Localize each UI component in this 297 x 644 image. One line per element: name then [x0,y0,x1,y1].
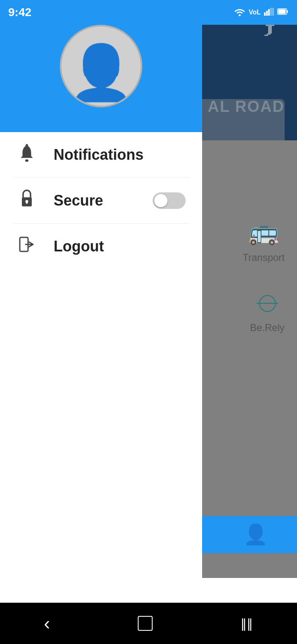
secure-menu-item[interactable]: Secure [0,178,202,223]
drawer-panel: 👤 Notifications [0,0,202,594]
logout-label: Logout [54,238,186,255]
bell-icon [16,144,37,166]
home-button[interactable] [138,616,153,631]
notifications-menu-item[interactable]: Notifications [0,132,202,178]
svg-rect-3 [268,9,270,16]
svg-point-0 [238,14,240,16]
notifications-label: Notifications [54,146,186,163]
svg-rect-5 [272,8,274,16]
svg-rect-8 [278,9,286,14]
svg-rect-1 [264,12,266,16]
back-button[interactable]: ‹ [44,613,50,634]
svg-rect-4 [270,8,272,16]
lock-icon [16,189,37,212]
drawer-menu: Notifications Secure [0,132,202,594]
toggle-thumb [154,194,167,207]
toggle-track [153,192,186,209]
signal-icon [264,7,274,18]
lte-icon: VoL [249,9,261,16]
wifi-icon [234,7,245,18]
svg-point-10 [25,159,28,162]
drawer-overlay: 👤 Notifications [0,0,297,594]
svg-point-9 [26,144,28,147]
logout-menu-item[interactable]: Logout [0,224,202,269]
status-icons: VoL [234,7,289,18]
nav-bar: ‹ ‖‖ [0,603,297,644]
status-bar: 9:42 VoL [0,0,297,25]
avatar: 👤 [60,25,142,107]
svg-rect-7 [287,10,288,13]
logout-icon [16,236,37,257]
secure-label: Secure [54,192,136,209]
secure-toggle[interactable] [153,192,186,209]
svg-rect-13 [26,201,28,204]
status-time: 9:42 [8,6,31,19]
battery-icon [277,8,289,17]
svg-rect-2 [266,11,268,16]
person-icon: 👤 [68,45,134,99]
recents-button[interactable]: ‖‖ [240,616,253,631]
